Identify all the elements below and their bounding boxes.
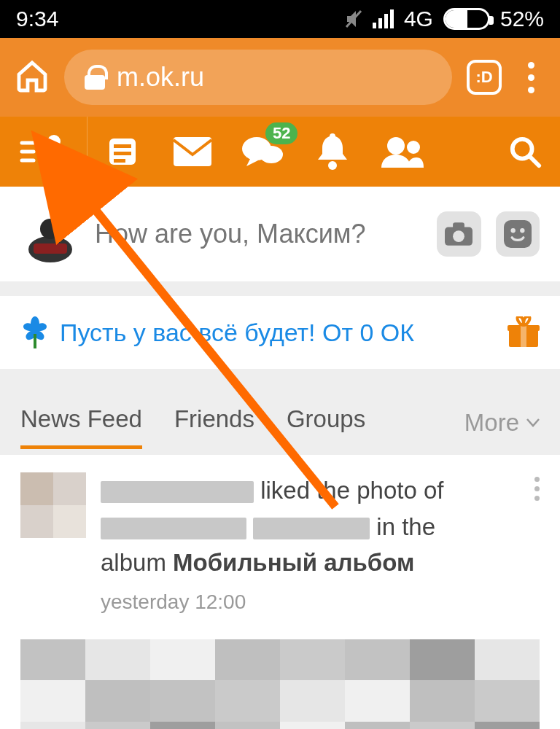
flower-icon	[20, 316, 50, 348]
feed-timestamp: yesterday 12:00	[101, 587, 520, 617]
discussions-badge: 52	[265, 122, 298, 144]
svg-point-13	[387, 137, 405, 155]
status-input[interactable]	[95, 219, 422, 249]
battery-icon	[443, 8, 490, 30]
notifications-icon[interactable]	[298, 117, 368, 187]
feed-text: liked the photo of in the album Мобильны…	[101, 472, 520, 617]
promo-text: Пусть у вас всё будет! От 0 ОК	[60, 319, 497, 347]
home-icon[interactable]	[15, 58, 50, 96]
feed-avatar[interactable]	[20, 472, 86, 538]
feed-photo[interactable]	[20, 639, 540, 730]
mail-icon[interactable]	[158, 117, 228, 187]
search-icon[interactable]	[490, 117, 560, 187]
tab-friends[interactable]: Friends	[174, 398, 254, 448]
svg-point-11	[260, 146, 283, 163]
svg-rect-27	[34, 334, 36, 348]
svg-point-14	[407, 141, 420, 154]
feed-item-menu[interactable]	[534, 472, 540, 617]
avatar[interactable]	[20, 204, 80, 264]
svg-rect-7	[114, 152, 131, 155]
status-time: 9:34	[16, 7, 58, 31]
discussions-icon[interactable]: 52	[228, 117, 298, 187]
feed-icon[interactable]	[88, 117, 158, 187]
promo-banner[interactable]: Пусть у вас всё будет! От 0 ОК	[0, 296, 560, 369]
tab-groups[interactable]: Groups	[287, 398, 365, 448]
url-bar[interactable]: m.ok.ru	[64, 50, 452, 105]
tabs-button[interactable]: :D	[467, 60, 502, 95]
svg-point-15	[513, 139, 532, 159]
mute-icon	[345, 9, 362, 28]
tab-news-feed[interactable]: News Feed	[20, 398, 142, 448]
svg-rect-6	[114, 144, 131, 148]
friends-icon[interactable]	[368, 117, 438, 187]
network-label: 4G	[404, 7, 433, 31]
browser-menu-button[interactable]	[516, 62, 545, 93]
svg-point-19	[40, 219, 61, 239]
svg-rect-8	[114, 159, 125, 163]
svg-line-16	[531, 157, 540, 166]
svg-rect-22	[453, 222, 464, 230]
svg-rect-20	[34, 243, 67, 254]
tab-more[interactable]: More	[464, 409, 540, 437]
ok-menu-logo[interactable]	[0, 117, 88, 187]
svg-point-25	[510, 228, 515, 233]
battery-pct: 52%	[500, 7, 544, 31]
emoji-button[interactable]	[496, 211, 540, 257]
browser-toolbar: m.ok.ru :D	[0, 38, 560, 117]
svg-rect-30	[521, 325, 526, 347]
svg-rect-24	[504, 220, 532, 248]
ok-navbar: 52	[0, 117, 560, 187]
gift-icon	[508, 316, 540, 348]
status-composer	[0, 187, 560, 281]
feed-item: liked the photo of in the album Мобильны…	[0, 455, 560, 729]
feed-tabs: News Feed Friends Groups More	[0, 398, 560, 448]
svg-point-4	[47, 135, 61, 148]
svg-point-23	[453, 230, 464, 242]
svg-rect-9	[174, 137, 211, 166]
svg-point-26	[520, 228, 524, 233]
camera-button[interactable]	[437, 211, 481, 257]
signal-icon	[373, 9, 394, 28]
chevron-down-icon	[526, 418, 540, 427]
phone-status-bar: 9:34 4G 52%	[0, 0, 560, 38]
lock-icon	[85, 65, 105, 90]
status-right: 4G 52%	[345, 7, 544, 31]
svg-point-12	[328, 161, 337, 170]
url-text: m.ok.ru	[117, 62, 204, 93]
